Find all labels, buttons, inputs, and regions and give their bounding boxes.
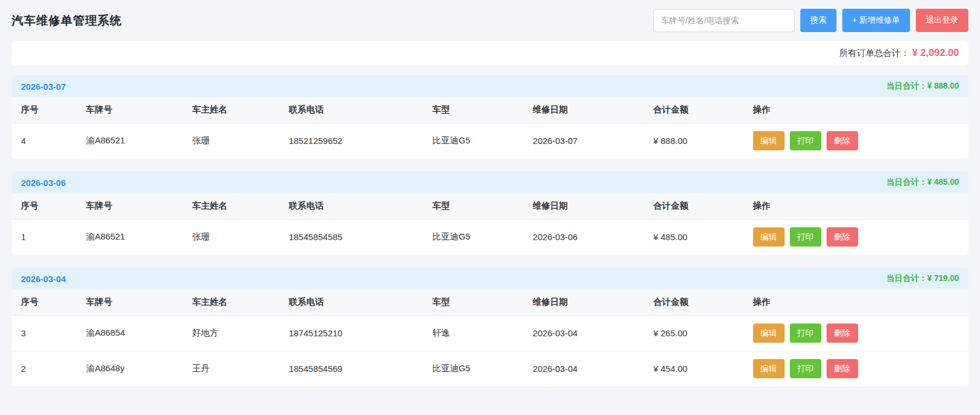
logout-button[interactable]: 退出登录 bbox=[916, 9, 968, 32]
print-button[interactable]: 打印 bbox=[790, 323, 821, 343]
column-header: 车型 bbox=[423, 290, 523, 315]
group-date-bar: 2026-03-06 当日合计：¥ 485.00 bbox=[12, 171, 968, 194]
column-header: 合计金额 bbox=[644, 290, 744, 315]
table-header-row: 序号车牌号车主姓名联系电话车型维修日期合计金额操作 bbox=[12, 97, 968, 123]
page: 汽车维修单管理系统 搜索 + 新增维修单 退出登录 所有订单总合计： ¥ 2,0… bbox=[0, 0, 980, 386]
cell-model: 比亚迪G5 bbox=[423, 219, 523, 255]
search-button[interactable]: 搜索 bbox=[800, 9, 836, 32]
column-header: 操作 bbox=[744, 290, 968, 315]
column-header: 维修日期 bbox=[523, 290, 644, 315]
cell-repair_date: 2026-03-04 bbox=[523, 315, 644, 351]
daily-total: 当日合计：¥ 888.00 bbox=[887, 81, 960, 92]
print-button[interactable]: 打印 bbox=[790, 131, 821, 150]
cell-repair_date: 2026-03-04 bbox=[523, 351, 644, 386]
table-row: 3渝A86854好地方18745125210轩逸2026-03-04¥ 265.… bbox=[12, 315, 968, 351]
edit-button[interactable]: 编辑 bbox=[753, 227, 785, 247]
page-title: 汽车维修单管理系统 bbox=[12, 13, 122, 29]
cell-amount: ¥ 888.00 bbox=[644, 123, 744, 159]
order-group: 2026-03-04 当日合计：¥ 719.00 序号车牌号车主姓名联系电话车型… bbox=[12, 268, 968, 386]
cell-owner: 张珊 bbox=[183, 123, 280, 159]
edit-button[interactable]: 编辑 bbox=[753, 131, 785, 150]
daily-total-amount: ¥ 719.00 bbox=[928, 273, 960, 283]
table-header-row: 序号车牌号车主姓名联系电话车型维修日期合计金额操作 bbox=[12, 194, 968, 219]
grand-total-amount: ¥ 2,092.00 bbox=[912, 47, 959, 59]
column-header: 合计金额 bbox=[644, 97, 744, 123]
cell-model: 轩逸 bbox=[423, 315, 523, 351]
actions-cell: 编辑打印删除 bbox=[744, 315, 968, 351]
column-header: 联系电话 bbox=[279, 290, 423, 315]
cell-owner: 好地方 bbox=[183, 315, 280, 351]
column-header: 操作 bbox=[744, 97, 968, 123]
print-button[interactable]: 打印 bbox=[790, 359, 821, 378]
column-header: 车牌号 bbox=[77, 97, 183, 123]
daily-total-amount: ¥ 888.00 bbox=[928, 81, 960, 90]
orders-table: 序号车牌号车主姓名联系电话车型维修日期合计金额操作 1渝A86521张珊1854… bbox=[12, 194, 968, 255]
table-row: 2渝A8648y王丹18545854569比亚迪G52026-03-04¥ 45… bbox=[12, 351, 968, 386]
daily-total-label: 当日合计： bbox=[887, 177, 928, 187]
group-date: 2026-03-04 bbox=[21, 274, 66, 284]
cell-owner: 王丹 bbox=[183, 351, 280, 386]
cell-repair_date: 2026-03-06 bbox=[523, 219, 644, 255]
order-group: 2026-03-06 当日合计：¥ 485.00 序号车牌号车主姓名联系电话车型… bbox=[12, 171, 968, 255]
group-date: 2026-03-06 bbox=[21, 178, 66, 188]
cell-plate: 渝A86854 bbox=[77, 315, 183, 351]
cell-seq: 3 bbox=[12, 315, 77, 351]
cell-plate: 渝A86521 bbox=[77, 123, 183, 159]
column-header: 序号 bbox=[12, 194, 77, 219]
cell-owner: 张珊 bbox=[183, 219, 280, 255]
grand-total-bar: 所有订单总合计： ¥ 2,092.00 bbox=[12, 41, 968, 65]
group-date-bar: 2026-03-04 当日合计：¥ 719.00 bbox=[12, 268, 968, 290]
delete-button[interactable]: 删除 bbox=[827, 131, 858, 150]
top-bar: 汽车维修单管理系统 搜索 + 新增维修单 退出登录 bbox=[12, 0, 968, 41]
group-date-bar: 2026-03-07 当日合计：¥ 888.00 bbox=[12, 75, 968, 97]
add-repair-order-button[interactable]: + 新增维修单 bbox=[842, 9, 910, 32]
table-header-row: 序号车牌号车主姓名联系电话车型维修日期合计金额操作 bbox=[12, 290, 968, 315]
cell-amount: ¥ 454.00 bbox=[644, 351, 744, 386]
delete-button[interactable]: 删除 bbox=[827, 323, 858, 343]
cell-phone: 18545854569 bbox=[279, 351, 423, 386]
cell-repair_date: 2026-03-07 bbox=[523, 123, 644, 159]
edit-button[interactable]: 编辑 bbox=[753, 359, 785, 378]
cell-phone: 18521259652 bbox=[279, 123, 423, 159]
column-header: 车主姓名 bbox=[183, 194, 280, 219]
daily-total-amount: ¥ 485.00 bbox=[928, 177, 960, 187]
delete-button[interactable]: 删除 bbox=[827, 227, 858, 247]
cell-phone: 18545854585 bbox=[279, 219, 423, 255]
column-header: 车牌号 bbox=[77, 194, 183, 219]
column-header: 车型 bbox=[423, 194, 523, 219]
cell-amount: ¥ 485.00 bbox=[644, 219, 744, 255]
column-header: 维修日期 bbox=[523, 194, 644, 219]
daily-total: 当日合计：¥ 719.00 bbox=[887, 273, 960, 284]
search-input[interactable] bbox=[653, 9, 794, 32]
cell-seq: 4 bbox=[12, 123, 77, 159]
table-row: 4渝A86521张珊18521259652比亚迪G52026-03-07¥ 88… bbox=[12, 123, 968, 159]
column-header: 序号 bbox=[12, 97, 77, 123]
cell-model: 比亚迪G5 bbox=[423, 123, 523, 159]
order-groups: 2026-03-07 当日合计：¥ 888.00 序号车牌号车主姓名联系电话车型… bbox=[12, 75, 968, 386]
cell-plate: 渝A8648y bbox=[77, 351, 183, 386]
actions-cell: 编辑打印删除 bbox=[744, 351, 968, 386]
cell-phone: 18745125210 bbox=[279, 315, 423, 351]
cell-seq: 2 bbox=[12, 351, 77, 386]
delete-button[interactable]: 删除 bbox=[827, 359, 858, 378]
daily-total-label: 当日合计： bbox=[887, 81, 928, 90]
print-button[interactable]: 打印 bbox=[790, 227, 821, 247]
grand-total-label: 所有订单总合计： bbox=[839, 48, 909, 59]
top-actions: 搜索 + 新增维修单 退出登录 bbox=[653, 9, 968, 32]
actions-cell: 编辑打印删除 bbox=[744, 123, 968, 159]
column-header: 车主姓名 bbox=[183, 290, 280, 315]
edit-button[interactable]: 编辑 bbox=[753, 323, 785, 343]
column-header: 联系电话 bbox=[279, 194, 423, 219]
orders-table: 序号车牌号车主姓名联系电话车型维修日期合计金额操作 3渝A86854好地方187… bbox=[12, 290, 968, 386]
group-date: 2026-03-07 bbox=[21, 82, 66, 92]
column-header: 车主姓名 bbox=[183, 97, 280, 123]
column-header: 联系电话 bbox=[279, 97, 423, 123]
column-header: 车牌号 bbox=[77, 290, 183, 315]
daily-total-label: 当日合计： bbox=[887, 273, 928, 283]
cell-plate: 渝A86521 bbox=[77, 219, 183, 255]
cell-model: 比亚迪G5 bbox=[423, 351, 523, 386]
orders-table: 序号车牌号车主姓名联系电话车型维修日期合计金额操作 4渝A86521张珊1852… bbox=[12, 97, 968, 159]
daily-total: 当日合计：¥ 485.00 bbox=[887, 177, 960, 188]
cell-seq: 1 bbox=[12, 219, 77, 255]
column-header: 合计金额 bbox=[644, 194, 744, 219]
